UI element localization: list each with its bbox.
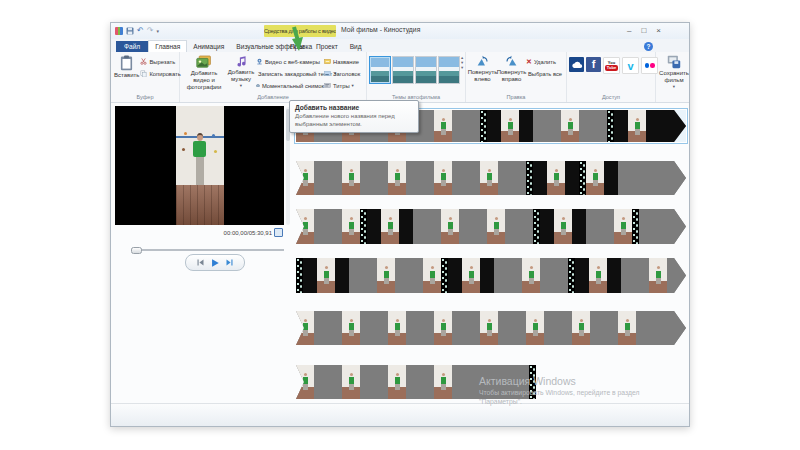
clip-segment <box>494 258 522 293</box>
scissors-icon <box>140 58 147 65</box>
clip-segment <box>519 110 533 142</box>
maximize-button[interactable]: □ <box>641 24 646 37</box>
paste-button[interactable]: Вставить <box>113 53 140 81</box>
contextual-tab-group-label[interactable]: Средства для работы с видео <box>264 25 336 37</box>
watermark-line3: "Параметры". <box>479 398 640 407</box>
clip-segment <box>459 209 487 244</box>
clip-segment <box>533 161 547 195</box>
help-icon[interactable]: ? <box>644 42 653 51</box>
clip-thumbnail <box>381 209 399 244</box>
webcam-video-button[interactable]: Видео с веб-камеры <box>256 56 324 67</box>
clip-thumbnail <box>342 365 360 399</box>
storyboard-row[interactable] <box>296 161 686 195</box>
tooltip-body: Добавление нового названия перед выбранн… <box>295 113 413 128</box>
seek-track <box>131 249 284 251</box>
storyboard-row[interactable] <box>296 311 686 345</box>
clip-segment <box>618 161 646 195</box>
theme-thumbnail[interactable] <box>392 56 414 84</box>
group-label-clipboard: Буфер <box>113 93 177 102</box>
select-all-button[interactable]: Выбрать все <box>526 68 562 79</box>
video-preview-pane[interactable] <box>115 106 284 225</box>
theme-thumbnail[interactable] <box>369 56 391 84</box>
add-music-button[interactable]: Добавить музыку ▾ <box>226 53 256 90</box>
tab-file[interactable]: Файл <box>116 41 148 52</box>
storyboard-row[interactable] <box>296 209 686 244</box>
title-button[interactable]: Название <box>324 56 362 67</box>
clip-thumbnail <box>462 258 480 293</box>
clip-thumbnail <box>388 365 406 399</box>
gallery-more-icon[interactable]: ▾ <box>461 66 463 70</box>
copy-button[interactable]: Копировать <box>140 68 180 79</box>
webcam-icon <box>256 58 263 65</box>
tab-animation[interactable]: Анимация <box>187 41 230 52</box>
cut-button[interactable]: Вырезать <box>140 56 180 67</box>
redo-icon[interactable]: ↷ <box>147 27 154 35</box>
group-add: Добавить видео и фотографии Добавить муз… <box>180 52 367 102</box>
clip-thumbnail <box>487 209 505 244</box>
group-label-share: Доступ <box>569 93 653 102</box>
playback-controls <box>185 254 245 271</box>
credits-button[interactable]: Титры ▾ <box>324 80 362 91</box>
clip-thumbnail <box>296 365 314 399</box>
clip-segment <box>452 311 480 345</box>
tab-edit-contextual[interactable]: Правка <box>284 41 318 52</box>
clip-segment <box>314 209 342 244</box>
movie-maker-window: ↶ ↷ ▾ Средства для работы с видео Мой фи… <box>110 22 690 427</box>
delete-x-icon: ✕ <box>526 58 532 66</box>
clip-segment <box>572 209 586 244</box>
rotate-left-icon <box>476 55 489 68</box>
onedrive-icon[interactable] <box>569 57 584 72</box>
clip-segment <box>540 258 568 293</box>
add-videos-button[interactable]: Добавить видео и фотографии <box>182 53 226 93</box>
clip-segment <box>448 258 462 293</box>
close-button[interactable]: × <box>656 24 661 37</box>
video-frame <box>176 106 224 225</box>
youtube-icon[interactable]: You Tube <box>603 57 620 74</box>
dropdown-icon: ▾ <box>240 83 242 88</box>
record-narration-button[interactable]: Записать закадровый текст ▾ <box>256 68 324 79</box>
clip-segment <box>636 311 686 345</box>
vimeo-icon[interactable]: v <box>622 57 639 74</box>
fullscreen-preview-icon[interactable] <box>274 228 283 237</box>
storyboard-row[interactable] <box>296 258 686 293</box>
caption-button[interactable]: Заголовок <box>324 68 362 79</box>
delete-button[interactable]: ✕ Удалить <box>526 56 562 67</box>
app-icon[interactable] <box>115 27 123 35</box>
clip-thumbnail <box>501 110 519 142</box>
save-icon[interactable] <box>126 27 134 35</box>
clip-segment <box>604 161 618 195</box>
play-icon[interactable] <box>210 258 220 268</box>
next-frame-icon[interactable] <box>225 258 234 267</box>
clip-segment <box>614 110 628 142</box>
previous-frame-icon[interactable] <box>196 258 205 267</box>
clip-segment <box>646 161 686 195</box>
transition-sprocket <box>632 209 639 244</box>
transition-sprocket <box>607 110 614 142</box>
rotate-left-button[interactable]: Повернуть влево <box>468 53 497 85</box>
titlebar: ↶ ↷ ▾ Средства для работы с видео Мой фи… <box>111 23 689 39</box>
watermark-title: Активация Windows <box>479 375 640 387</box>
clip-thumbnail <box>377 258 395 293</box>
facebook-icon[interactable]: f <box>586 57 601 72</box>
clip-thumbnail <box>522 258 540 293</box>
qat-dropdown-icon[interactable]: ▾ <box>156 28 159 34</box>
clip-segment <box>349 258 377 293</box>
snapshot-button[interactable]: Моментальный снимок <box>256 80 324 91</box>
seek-handle[interactable] <box>131 247 142 254</box>
theme-thumbnail[interactable] <box>415 56 437 84</box>
theme-thumbnail[interactable] <box>438 56 460 84</box>
save-movie-button[interactable]: Сохранить фильм ▾ <box>658 53 689 91</box>
tab-view[interactable]: Вид <box>344 41 368 52</box>
clip-segment <box>452 110 480 142</box>
tab-home[interactable]: Главная <box>148 40 187 52</box>
undo-icon[interactable]: ↶ <box>137 27 144 35</box>
clip-segment <box>646 110 686 142</box>
flickr-blue-dot <box>645 63 650 68</box>
clip-thumbnail <box>441 209 459 244</box>
rotate-right-button[interactable]: Повернуть вправо <box>497 53 526 85</box>
group-label-edit: Правка <box>468 93 564 102</box>
minimize-button[interactable]: – <box>627 24 631 37</box>
seek-bar[interactable] <box>131 247 284 252</box>
clip-segment <box>544 311 572 345</box>
wooden-floor <box>176 185 224 225</box>
